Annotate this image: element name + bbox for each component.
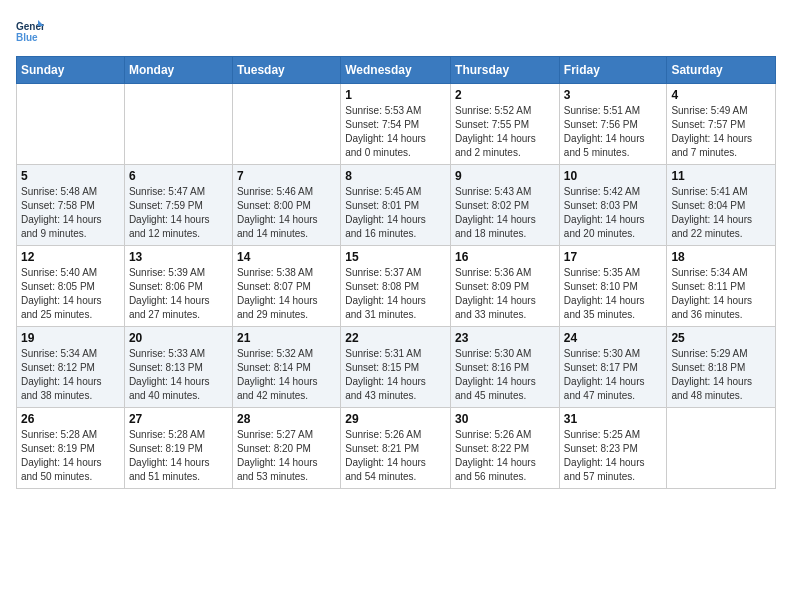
calendar-cell: 18Sunrise: 5:34 AM Sunset: 8:11 PM Dayli… — [667, 246, 776, 327]
week-row-4: 26Sunrise: 5:28 AM Sunset: 8:19 PM Dayli… — [17, 408, 776, 489]
day-info: Sunrise: 5:29 AM Sunset: 8:18 PM Dayligh… — [671, 347, 771, 403]
day-number: 3 — [564, 88, 663, 102]
day-number: 22 — [345, 331, 446, 345]
week-row-3: 19Sunrise: 5:34 AM Sunset: 8:12 PM Dayli… — [17, 327, 776, 408]
day-number: 28 — [237, 412, 336, 426]
day-number: 26 — [21, 412, 120, 426]
calendar-cell: 8Sunrise: 5:45 AM Sunset: 8:01 PM Daylig… — [341, 165, 451, 246]
header-thursday: Thursday — [451, 57, 560, 84]
header-friday: Friday — [559, 57, 667, 84]
day-info: Sunrise: 5:37 AM Sunset: 8:08 PM Dayligh… — [345, 266, 446, 322]
calendar-cell: 17Sunrise: 5:35 AM Sunset: 8:10 PM Dayli… — [559, 246, 667, 327]
calendar-cell: 20Sunrise: 5:33 AM Sunset: 8:13 PM Dayli… — [124, 327, 232, 408]
calendar-cell: 28Sunrise: 5:27 AM Sunset: 8:20 PM Dayli… — [232, 408, 340, 489]
day-info: Sunrise: 5:48 AM Sunset: 7:58 PM Dayligh… — [21, 185, 120, 241]
header-row: SundayMondayTuesdayWednesdayThursdayFrid… — [17, 57, 776, 84]
header-wednesday: Wednesday — [341, 57, 451, 84]
day-info: Sunrise: 5:43 AM Sunset: 8:02 PM Dayligh… — [455, 185, 555, 241]
calendar-cell: 31Sunrise: 5:25 AM Sunset: 8:23 PM Dayli… — [559, 408, 667, 489]
calendar-cell: 29Sunrise: 5:26 AM Sunset: 8:21 PM Dayli… — [341, 408, 451, 489]
calendar-cell — [17, 84, 125, 165]
day-info: Sunrise: 5:38 AM Sunset: 8:07 PM Dayligh… — [237, 266, 336, 322]
day-number: 14 — [237, 250, 336, 264]
day-number: 11 — [671, 169, 771, 183]
calendar-cell: 19Sunrise: 5:34 AM Sunset: 8:12 PM Dayli… — [17, 327, 125, 408]
day-info: Sunrise: 5:31 AM Sunset: 8:15 PM Dayligh… — [345, 347, 446, 403]
calendar-cell: 11Sunrise: 5:41 AM Sunset: 8:04 PM Dayli… — [667, 165, 776, 246]
calendar-cell — [667, 408, 776, 489]
day-number: 8 — [345, 169, 446, 183]
calendar-cell: 21Sunrise: 5:32 AM Sunset: 8:14 PM Dayli… — [232, 327, 340, 408]
day-number: 29 — [345, 412, 446, 426]
calendar-cell: 9Sunrise: 5:43 AM Sunset: 8:02 PM Daylig… — [451, 165, 560, 246]
day-number: 20 — [129, 331, 228, 345]
calendar-cell: 4Sunrise: 5:49 AM Sunset: 7:57 PM Daylig… — [667, 84, 776, 165]
calendar-cell: 2Sunrise: 5:52 AM Sunset: 7:55 PM Daylig… — [451, 84, 560, 165]
calendar-cell: 12Sunrise: 5:40 AM Sunset: 8:05 PM Dayli… — [17, 246, 125, 327]
day-number: 24 — [564, 331, 663, 345]
calendar-cell: 25Sunrise: 5:29 AM Sunset: 8:18 PM Dayli… — [667, 327, 776, 408]
header-saturday: Saturday — [667, 57, 776, 84]
day-number: 19 — [21, 331, 120, 345]
day-info: Sunrise: 5:52 AM Sunset: 7:55 PM Dayligh… — [455, 104, 555, 160]
day-info: Sunrise: 5:35 AM Sunset: 8:10 PM Dayligh… — [564, 266, 663, 322]
day-info: Sunrise: 5:25 AM Sunset: 8:23 PM Dayligh… — [564, 428, 663, 484]
calendar-cell: 13Sunrise: 5:39 AM Sunset: 8:06 PM Dayli… — [124, 246, 232, 327]
day-info: Sunrise: 5:26 AM Sunset: 8:22 PM Dayligh… — [455, 428, 555, 484]
day-number: 9 — [455, 169, 555, 183]
day-number: 21 — [237, 331, 336, 345]
day-info: Sunrise: 5:42 AM Sunset: 8:03 PM Dayligh… — [564, 185, 663, 241]
day-number: 5 — [21, 169, 120, 183]
day-info: Sunrise: 5:30 AM Sunset: 8:16 PM Dayligh… — [455, 347, 555, 403]
day-number: 4 — [671, 88, 771, 102]
day-info: Sunrise: 5:34 AM Sunset: 8:12 PM Dayligh… — [21, 347, 120, 403]
day-number: 18 — [671, 250, 771, 264]
day-number: 1 — [345, 88, 446, 102]
day-info: Sunrise: 5:30 AM Sunset: 8:17 PM Dayligh… — [564, 347, 663, 403]
day-info: Sunrise: 5:32 AM Sunset: 8:14 PM Dayligh… — [237, 347, 336, 403]
day-info: Sunrise: 5:41 AM Sunset: 8:04 PM Dayligh… — [671, 185, 771, 241]
calendar-cell: 3Sunrise: 5:51 AM Sunset: 7:56 PM Daylig… — [559, 84, 667, 165]
day-info: Sunrise: 5:36 AM Sunset: 8:09 PM Dayligh… — [455, 266, 555, 322]
calendar-cell: 30Sunrise: 5:26 AM Sunset: 8:22 PM Dayli… — [451, 408, 560, 489]
page-header: General Blue — [16, 16, 776, 44]
day-info: Sunrise: 5:33 AM Sunset: 8:13 PM Dayligh… — [129, 347, 228, 403]
calendar-cell: 23Sunrise: 5:30 AM Sunset: 8:16 PM Dayli… — [451, 327, 560, 408]
day-info: Sunrise: 5:49 AM Sunset: 7:57 PM Dayligh… — [671, 104, 771, 160]
day-number: 7 — [237, 169, 336, 183]
calendar-cell: 7Sunrise: 5:46 AM Sunset: 8:00 PM Daylig… — [232, 165, 340, 246]
calendar-cell: 26Sunrise: 5:28 AM Sunset: 8:19 PM Dayli… — [17, 408, 125, 489]
day-info: Sunrise: 5:40 AM Sunset: 8:05 PM Dayligh… — [21, 266, 120, 322]
day-info: Sunrise: 5:27 AM Sunset: 8:20 PM Dayligh… — [237, 428, 336, 484]
header-sunday: Sunday — [17, 57, 125, 84]
calendar-cell: 10Sunrise: 5:42 AM Sunset: 8:03 PM Dayli… — [559, 165, 667, 246]
day-number: 27 — [129, 412, 228, 426]
day-info: Sunrise: 5:28 AM Sunset: 8:19 PM Dayligh… — [21, 428, 120, 484]
calendar-header: SundayMondayTuesdayWednesdayThursdayFrid… — [17, 57, 776, 84]
week-row-2: 12Sunrise: 5:40 AM Sunset: 8:05 PM Dayli… — [17, 246, 776, 327]
day-info: Sunrise: 5:34 AM Sunset: 8:11 PM Dayligh… — [671, 266, 771, 322]
calendar-cell: 14Sunrise: 5:38 AM Sunset: 8:07 PM Dayli… — [232, 246, 340, 327]
day-info: Sunrise: 5:28 AM Sunset: 8:19 PM Dayligh… — [129, 428, 228, 484]
header-monday: Monday — [124, 57, 232, 84]
week-row-0: 1Sunrise: 5:53 AM Sunset: 7:54 PM Daylig… — [17, 84, 776, 165]
day-number: 13 — [129, 250, 228, 264]
calendar-body: 1Sunrise: 5:53 AM Sunset: 7:54 PM Daylig… — [17, 84, 776, 489]
day-info: Sunrise: 5:46 AM Sunset: 8:00 PM Dayligh… — [237, 185, 336, 241]
day-number: 30 — [455, 412, 555, 426]
svg-text:Blue: Blue — [16, 32, 38, 43]
day-info: Sunrise: 5:53 AM Sunset: 7:54 PM Dayligh… — [345, 104, 446, 160]
day-number: 17 — [564, 250, 663, 264]
day-info: Sunrise: 5:47 AM Sunset: 7:59 PM Dayligh… — [129, 185, 228, 241]
calendar-cell: 1Sunrise: 5:53 AM Sunset: 7:54 PM Daylig… — [341, 84, 451, 165]
calendar-cell: 16Sunrise: 5:36 AM Sunset: 8:09 PM Dayli… — [451, 246, 560, 327]
calendar-cell: 15Sunrise: 5:37 AM Sunset: 8:08 PM Dayli… — [341, 246, 451, 327]
calendar-cell — [124, 84, 232, 165]
day-number: 25 — [671, 331, 771, 345]
calendar-cell: 5Sunrise: 5:48 AM Sunset: 7:58 PM Daylig… — [17, 165, 125, 246]
header-tuesday: Tuesday — [232, 57, 340, 84]
calendar-cell — [232, 84, 340, 165]
day-number: 6 — [129, 169, 228, 183]
day-number: 15 — [345, 250, 446, 264]
day-number: 31 — [564, 412, 663, 426]
